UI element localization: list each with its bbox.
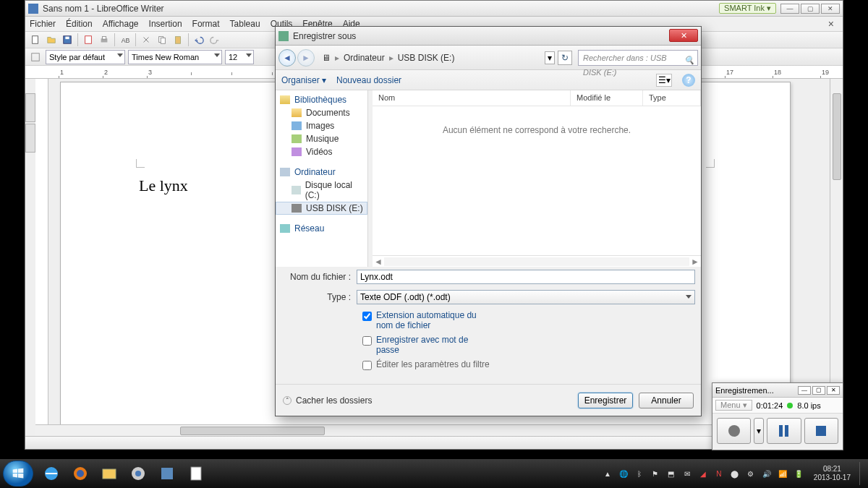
- tray-wifi-icon[interactable]: 📶: [778, 468, 788, 479]
- tray-icon[interactable]: ▲: [603, 468, 613, 479]
- taskbar-clock[interactable]: 08:21 2013-10-17: [814, 465, 851, 482]
- undo-icon[interactable]: [192, 33, 206, 47]
- taskbar-explorer-icon[interactable]: [95, 462, 123, 485]
- option-auto-extension[interactable]: Extension automatique du nom de fichier: [362, 310, 493, 330]
- taskbar-firefox-icon[interactable]: [67, 462, 94, 485]
- styles-icon[interactable]: [28, 50, 43, 64]
- breadcrumb-item[interactable]: Ordinateur: [344, 53, 385, 63]
- dialog-close-button[interactable]: ✕: [669, 29, 698, 42]
- font-name-select[interactable]: Times New Roman: [128, 50, 222, 64]
- help-button[interactable]: ?: [682, 74, 695, 87]
- menu-file[interactable]: Fichier: [30, 19, 56, 29]
- recorder-maximize[interactable]: ▢: [812, 386, 825, 395]
- tree-network[interactable]: Réseau: [276, 222, 367, 235]
- recorder-minimize[interactable]: —: [798, 386, 811, 395]
- tree-local-disk[interactable]: Disque local (C:): [276, 179, 367, 202]
- record-button[interactable]: [717, 418, 751, 444]
- recorder-title-bar[interactable]: Enregistremen... — ▢ ✕: [712, 383, 843, 398]
- vertical-scrollbar[interactable]: [830, 79, 843, 424]
- redo-icon[interactable]: [208, 33, 222, 47]
- file-list[interactable]: Nom Modifié le Type Aucun élément ne cor…: [373, 90, 701, 267]
- close-button[interactable]: ✕: [821, 4, 840, 14]
- tree-images[interactable]: Images: [276, 119, 367, 132]
- folder-tree[interactable]: Bibliothèques Documents Images Musique V…: [276, 90, 368, 267]
- option-password[interactable]: Enregistrer avec mot de passe: [362, 335, 493, 355]
- cancel-button[interactable]: Annuler: [639, 393, 694, 408]
- show-desktop-button[interactable]: [859, 462, 865, 485]
- menu-format[interactable]: Format: [192, 19, 220, 29]
- paste-icon[interactable]: [171, 33, 185, 47]
- copy-icon[interactable]: [155, 33, 169, 47]
- menu-insert[interactable]: Insertion: [149, 19, 182, 29]
- save-button[interactable]: Enregistrer: [578, 393, 633, 408]
- cut-icon[interactable]: [139, 33, 153, 47]
- taskbar-app-icon[interactable]: [153, 462, 181, 485]
- tray-icon[interactable]: ⚑: [650, 468, 660, 479]
- tray-icon[interactable]: ✉: [682, 468, 692, 479]
- recorder-close[interactable]: ✕: [827, 386, 840, 395]
- tray-icon[interactable]: N: [714, 468, 724, 479]
- side-panel-tabs[interactable]: [25, 93, 35, 153]
- tree-computer[interactable]: Ordinateur: [276, 166, 367, 179]
- tray-icon[interactable]: ⬤: [730, 468, 740, 479]
- menu-edit[interactable]: Édition: [66, 19, 93, 29]
- tray-antivirus-icon[interactable]: ◢: [698, 468, 708, 479]
- menu-table[interactable]: Tableau: [230, 19, 260, 29]
- tray-icon[interactable]: ⚙: [746, 468, 756, 479]
- tray-icon[interactable]: ⬒: [666, 468, 676, 479]
- print-icon[interactable]: [97, 33, 111, 47]
- refresh-button[interactable]: ↻: [558, 51, 572, 65]
- file-list-header[interactable]: Nom Modifié le Type: [373, 90, 701, 106]
- save-icon[interactable]: [60, 33, 75, 47]
- tree-music[interactable]: Musique: [276, 132, 367, 145]
- column-name[interactable]: Nom: [373, 90, 571, 106]
- recorder-menu[interactable]: Menu ▾: [715, 400, 752, 411]
- breadcrumb-dropdown[interactable]: ▾: [545, 51, 555, 64]
- tree-usb-disk[interactable]: USB DISK (E:): [276, 202, 367, 215]
- column-type[interactable]: Type: [643, 90, 701, 106]
- file-list-scrollbar[interactable]: ◄►: [373, 255, 701, 267]
- breadcrumb[interactable]: 🖥 ▸ Ordinateur ▸ USB DISK (E:): [322, 53, 454, 63]
- start-button[interactable]: [3, 461, 33, 487]
- minimize-button[interactable]: —: [780, 4, 799, 14]
- filetype-select[interactable]: Texte ODF (.odt) (*.odt): [357, 290, 695, 304]
- menu-view[interactable]: Affichage: [103, 19, 139, 29]
- organize-button[interactable]: Organiser ▾: [281, 75, 326, 85]
- new-folder-button[interactable]: Nouveau dossier: [336, 75, 401, 85]
- paragraph-style-select[interactable]: Style par défaut: [46, 50, 125, 64]
- nav-forward-button[interactable]: ►: [297, 49, 315, 67]
- tray-volume-icon[interactable]: 🔊: [762, 468, 772, 479]
- tree-videos[interactable]: Vidéos: [276, 145, 367, 158]
- taskbar-chrome-icon[interactable]: [124, 462, 152, 485]
- dialog-title-bar[interactable]: Enregistrer sous ✕: [276, 27, 701, 46]
- tree-libraries[interactable]: Bibliothèques: [276, 93, 367, 106]
- font-size-select[interactable]: 12: [225, 50, 254, 64]
- smart-ink-button[interactable]: SMART Ink ▾: [719, 3, 776, 14]
- pause-button[interactable]: [767, 418, 801, 444]
- filename-input[interactable]: [357, 270, 695, 284]
- breadcrumb-item[interactable]: USB DISK (E:): [398, 53, 455, 63]
- option-filter-settings[interactable]: Éditer les paramètres du filtre: [362, 359, 493, 370]
- taskbar-ie-icon[interactable]: [38, 462, 65, 485]
- nav-back-button[interactable]: ◄: [278, 49, 296, 67]
- hide-folders-link[interactable]: ˄Cacher les dossiers: [283, 395, 372, 406]
- open-icon[interactable]: [44, 33, 59, 47]
- column-modified[interactable]: Modifié le: [571, 90, 643, 106]
- document-text[interactable]: Le lynx: [139, 176, 188, 195]
- vertical-ruler[interactable]: [35, 79, 48, 436]
- spellcheck-icon[interactable]: ABC: [118, 33, 132, 47]
- taskbar-libreoffice-icon[interactable]: [182, 462, 210, 485]
- close-document-button[interactable]: ×: [824, 18, 838, 30]
- new-doc-icon[interactable]: [28, 33, 43, 47]
- maximize-button[interactable]: ▢: [801, 4, 820, 14]
- tree-documents[interactable]: Documents: [276, 106, 367, 119]
- stop-button[interactable]: [804, 418, 838, 444]
- view-mode-button[interactable]: ☰▾: [656, 74, 672, 87]
- search-input[interactable]: Rechercher dans : USB DISK (E:) 🔍: [578, 50, 698, 66]
- export-pdf-icon[interactable]: [81, 33, 95, 47]
- record-dropdown[interactable]: ▾: [754, 418, 764, 444]
- tray-battery-icon[interactable]: 🔋: [793, 468, 804, 479]
- horizontal-scrollbar[interactable]: [35, 424, 830, 436]
- tray-network-icon[interactable]: 🌐: [618, 468, 629, 479]
- tray-bluetooth-icon[interactable]: ᛒ: [634, 468, 644, 479]
